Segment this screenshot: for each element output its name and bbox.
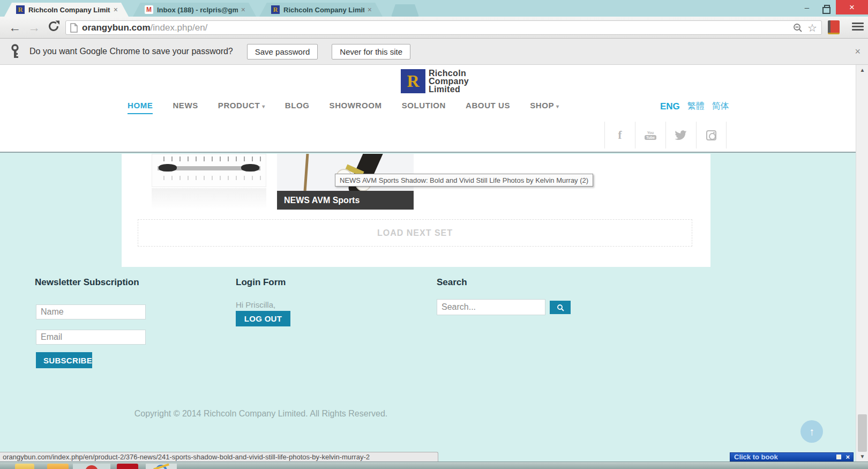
nav-showroom[interactable]: SHOWROOM [330, 101, 382, 113]
reload-button[interactable] [47, 20, 60, 35]
url-text[interactable]: orangybun.com/index.php/en/ [82, 23, 207, 33]
page-scrollbar[interactable]: ▲ ▼ [856, 65, 868, 461]
lang-simplified-chinese[interactable]: 简体 [712, 101, 729, 112]
nav-blog[interactable]: BLOG [285, 101, 310, 113]
product-image-amplifier[interactable] [152, 154, 266, 187]
gmail-favicon: M [145, 5, 153, 14]
restore-icon [824, 5, 830, 10]
tab-close-icon[interactable]: × [368, 6, 372, 13]
newsletter-title: Newsletter Subscription [35, 277, 139, 288]
amplifier-reflection [152, 188, 266, 210]
popup-close-icon[interactable]: × [845, 453, 850, 461]
minimize-button[interactable]: – [797, 0, 817, 14]
nav-news[interactable]: NEWS [173, 101, 198, 113]
site-header: R Richcoln Company Limited HOME NEWS PRO… [0, 65, 856, 153]
back-button[interactable]: ← [9, 21, 21, 34]
chevron-down-icon: ▾ [262, 103, 265, 109]
newsletter-name-input[interactable] [36, 304, 146, 319]
click-to-book-label[interactable]: Click to book [734, 453, 836, 461]
never-for-site-button[interactable]: Never for this site [332, 44, 410, 59]
window-controls: – × [797, 0, 868, 14]
nav-home[interactable]: HOME [128, 101, 153, 114]
login-form-title: Login Form [236, 277, 286, 288]
twitter-icon [675, 130, 687, 140]
taskbar-active-app[interactable] [73, 464, 110, 469]
infobar-close-icon[interactable]: × [855, 46, 860, 57]
taskbar-red-app-icon [85, 465, 98, 469]
arrow-up-icon: ↑ [809, 426, 814, 438]
close-button[interactable]: × [836, 0, 868, 14]
address-bar[interactable]: orangybun.com/index.php/en/ ☆ [65, 20, 822, 35]
chevron-down-icon: ▾ [556, 103, 559, 109]
logout-button[interactable]: LOG OUT [236, 311, 290, 326]
click-to-book-bar[interactable]: Click to book × [730, 452, 854, 461]
link-tooltip: NEWS AVM Sports Shadow: Bold and Vivid S… [335, 174, 593, 187]
facebook-link[interactable]: f [604, 122, 635, 148]
lang-eng[interactable]: ENG [660, 101, 680, 112]
tab-close-icon[interactable]: × [241, 6, 245, 13]
search-icon [557, 304, 564, 311]
page-viewport: R Richcoln Company Limited HOME NEWS PRO… [0, 65, 856, 461]
popup-minimize-icon[interactable] [836, 455, 841, 459]
scrollbar-down-icon[interactable]: ▼ [856, 453, 868, 459]
nav-shop[interactable]: SHOP▾ [530, 101, 559, 113]
nav-product[interactable]: PRODUCT▾ [218, 101, 265, 113]
taskbar-app-icon[interactable] [47, 464, 69, 469]
tab-richcoln-1[interactable]: R Richcoln Company Limite × [4, 3, 129, 17]
browser-toolbar: ← → orangybun.com/index.php/en/ ☆ [0, 17, 868, 39]
nav-solution[interactable]: SOLUTION [402, 101, 446, 113]
taskbar [0, 461, 868, 469]
save-password-button[interactable]: Save password [247, 44, 318, 59]
richcoln-favicon: R [271, 5, 280, 14]
nav-about-us[interactable]: ABOUT US [466, 101, 510, 113]
twitter-link[interactable] [665, 122, 696, 148]
main-nav: HOME NEWS PRODUCT▾ BLOG SHOWROOM SOLUTIO… [128, 101, 559, 114]
zoom-out-icon[interactable] [792, 23, 803, 33]
youtube-link[interactable]: YouTube [635, 122, 665, 148]
taskbar-crown-icon[interactable] [117, 464, 138, 469]
login-greeting: Hi Priscilla, [236, 300, 275, 309]
copyright-text: Copyright © 2014 Richcoln Company Limite… [119, 409, 403, 419]
tab-gmail[interactable]: M Inbox (188) - rclpris@gma × [133, 3, 256, 17]
infobar-message: Do you want Google Chrome to save your p… [29, 47, 233, 56]
restore-button[interactable] [817, 0, 836, 14]
youtube-icon: YouTube [645, 131, 656, 140]
search-title: Search [437, 277, 467, 288]
lang-traditional-chinese[interactable]: 繁體 [687, 101, 705, 112]
tab-richcoln-2[interactable]: R Richcoln Company Limite × [259, 3, 383, 17]
tab-title: Richcoln Company Limite [283, 6, 364, 14]
instagram-link[interactable] [696, 122, 727, 148]
tab-close-icon[interactable]: × [114, 6, 118, 13]
social-links: f YouTube [604, 122, 727, 148]
tab-bar: R Richcoln Company Limite × M Inbox (188… [0, 0, 868, 17]
logo-text: Richcoln Company Limited [429, 69, 469, 93]
content-container: NEWS AVM Sports LOAD NEXT SET [122, 154, 710, 267]
language-switcher: ENG 繁體 简体 [660, 101, 729, 112]
scroll-to-top-button[interactable]: ↑ [800, 420, 823, 443]
status-url-bubble: orangybun.com/index.php/en/product-2/376… [0, 452, 438, 461]
bookmark-star-icon[interactable]: ☆ [807, 21, 817, 34]
logo-mark: R [401, 69, 425, 93]
browser-window: R Richcoln Company Limite × M Inbox (188… [0, 0, 868, 469]
reload-icon [47, 20, 60, 33]
newsletter-email-input[interactable] [36, 330, 146, 345]
extension-icon[interactable] [828, 20, 840, 34]
subscribe-button[interactable]: SUBSCRIBE [36, 352, 92, 368]
password-infobar: Do you want Google Chrome to save your p… [0, 39, 868, 65]
site-logo[interactable]: R Richcoln Company Limited [401, 69, 469, 93]
taskbar-ie-icon[interactable] [146, 464, 177, 469]
chrome-menu-icon[interactable] [852, 23, 864, 32]
scrollbar-up-icon[interactable]: ▲ [856, 67, 868, 73]
new-tab-button[interactable] [391, 4, 419, 17]
url-domain: orangybun.com [82, 23, 151, 33]
page-icon [70, 23, 78, 33]
taskbar-folder-icon[interactable] [15, 464, 34, 469]
news-tile-caption: NEWS AVM Sports [277, 191, 414, 210]
search-input[interactable] [437, 299, 545, 315]
load-next-set-button[interactable]: LOAD NEXT SET [138, 219, 692, 247]
search-submit-button[interactable] [550, 301, 571, 314]
url-path: /index.php/en/ [151, 23, 208, 33]
richcoln-favicon: R [16, 5, 25, 14]
scrollbar-thumb[interactable] [858, 414, 867, 452]
forward-button[interactable]: → [28, 21, 40, 34]
